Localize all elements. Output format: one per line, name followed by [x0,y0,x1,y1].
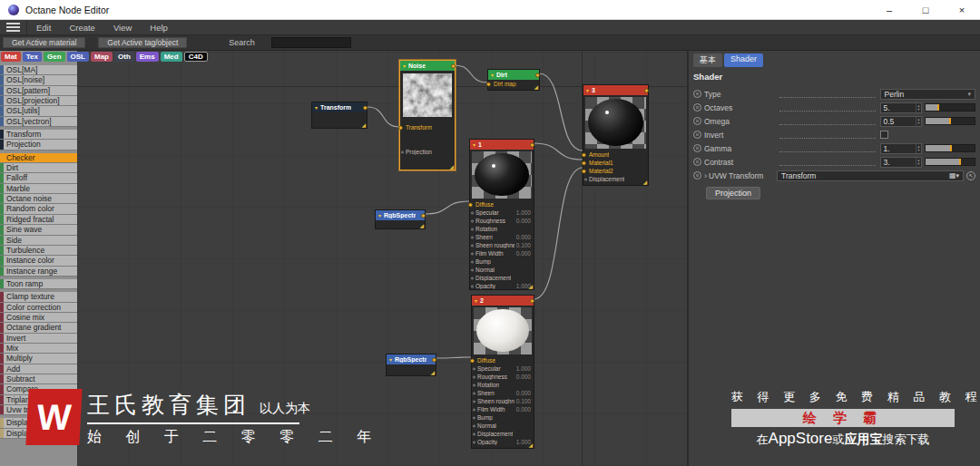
sidebar-item-dirt[interactable]: Dirt [0,163,77,173]
menu-item-create[interactable]: Create [60,23,104,33]
collapse-triangle-icon[interactable]: ▾ [315,105,318,111]
input-port[interactable] [473,408,475,411]
menu-item-help[interactable]: Help [141,23,177,33]
keyframe-dot-icon[interactable] [693,158,701,166]
menu-item-edit[interactable]: Edit [27,23,60,33]
node-resize-handle[interactable]: ◢ [534,84,538,90]
slider-handle[interactable] [959,159,961,165]
output-port[interactable] [530,142,534,147]
node-dirt[interactable]: ▾DirtDirt map◢ [487,69,540,91]
slider-track[interactable] [925,158,976,166]
sidebar-item-color-correction[interactable]: Color correction [0,303,77,313]
input-port[interactable] [471,236,474,238]
output-port[interactable] [644,88,649,92]
collapse-triangle-icon[interactable]: ▾ [378,213,381,218]
sidebar-item-sine-wave[interactable]: Sine wave [0,225,77,235]
input-port[interactable] [471,277,474,279]
sidebar-item-osl-projection[interactable]: OSL[projection] [0,96,77,106]
texture-grid-icon[interactable]: ▦ [949,172,956,180]
keyframe-dot-icon[interactable] [693,117,701,125]
input-port[interactable] [471,268,474,271]
input-port-connected[interactable] [486,82,491,86]
node-material-2[interactable]: ▾2DiffuseSpecular1.000Roughness0.000Rota… [471,295,534,449]
node-rgbspectrum-1[interactable]: ▾RgbSpectr◢ [375,209,426,229]
keyframe-dot-icon[interactable] [693,144,701,152]
tab-c4d[interactable]: C4D [184,52,208,62]
sidebar-item-mix[interactable]: Mix [0,344,77,354]
collapse-triangle-icon[interactable]: ▾ [389,357,392,363]
output-port[interactable] [535,73,540,77]
menu-item-view[interactable]: View [104,23,141,33]
output-port[interactable] [421,213,426,218]
collapse-triangle-icon[interactable]: ▾ [473,142,475,148]
node-header[interactable]: ▾RgbSpectr [387,354,436,364]
input-port[interactable] [401,150,404,153]
uvw-transform-field[interactable]: Transform▦▾ [777,170,964,181]
node-resize-handle[interactable]: ◢ [361,122,366,128]
keyframe-dot-icon[interactable] [693,171,701,180]
value-input[interactable]: 3.▴▾ [880,157,922,168]
input-port[interactable] [584,178,587,180]
slider-track[interactable] [925,117,976,125]
sidebar-item-turbulence[interactable]: Turbulence [0,246,77,256]
output-port[interactable] [451,63,456,68]
sidebar-item-falloff[interactable]: Falloff [0,173,77,183]
input-port[interactable] [473,416,475,419]
input-port-connected[interactable] [398,125,403,130]
sidebar-item-add[interactable]: Add [0,364,77,374]
output-port[interactable] [530,298,534,303]
sidebar-item-instance-range[interactable]: Instance range [0,267,77,277]
slider-track[interactable] [925,144,976,152]
input-port[interactable] [473,367,475,370]
collapse-triangle-icon[interactable]: ▾ [403,63,406,69]
output-port[interactable] [432,357,436,362]
node-header[interactable]: ▾1 [470,140,534,150]
node-header[interactable]: ▾2 [472,296,534,306]
node-resize-handle[interactable]: ◢ [528,284,533,289]
sidebar-item-osl-noise[interactable]: OSL[noise] [0,75,77,85]
collapse-triangle-icon[interactable]: ▾ [491,73,494,78]
tab-ems[interactable]: Ems [136,52,159,62]
node-resize-handle[interactable]: ◢ [419,223,424,228]
collapse-triangle-icon[interactable]: ▾ [475,298,477,304]
input-port[interactable] [471,211,474,214]
hamburger-menu-icon[interactable] [0,20,27,34]
input-port[interactable] [473,375,475,378]
keyframe-dot-icon[interactable] [693,90,701,98]
input-port[interactable] [471,219,474,222]
chevron-down-icon[interactable]: ▾ [956,172,959,179]
sidebar-item-instance-color[interactable]: Instance color [0,256,77,266]
invert-checkbox[interactable] [880,131,888,139]
expand-arrow-icon[interactable]: › [704,171,707,180]
input-port[interactable] [471,252,474,255]
inspector-tab-shader[interactable]: Shader [724,53,763,67]
value-input[interactable]: 0.5▴▾ [880,116,922,127]
minimize-button[interactable]: – [871,0,907,19]
slider-handle[interactable] [937,104,939,111]
input-port[interactable] [473,383,475,386]
tab-oth[interactable]: Oth [114,52,134,62]
close-button[interactable]: × [944,0,980,19]
input-port-connected[interactable] [582,169,586,173]
tab-tex[interactable]: Tex [23,52,42,62]
sidebar-item-projection[interactable]: Projection [0,140,77,150]
sidebar-item-multiply[interactable]: Multiply [0,354,77,364]
sidebar-item-subtract[interactable]: Subtract [0,374,77,384]
tab-osl[interactable]: OSL [67,52,89,62]
spinner-arrows[interactable]: ▴▾ [916,158,920,167]
output-port[interactable] [363,105,368,110]
input-port[interactable] [473,424,475,427]
sidebar-item-osl-pattern[interactable]: OSL[pattern] [0,86,77,96]
search-input[interactable] [271,37,351,48]
input-port-connected[interactable] [582,160,586,165]
node-header[interactable]: ▾Dirt [488,70,539,80]
input-port[interactable] [471,260,474,263]
tab-mat[interactable]: Mat [1,52,21,62]
sidebar-item-ridged-fractal[interactable]: Ridged fractal [0,215,77,225]
node-header[interactable]: ▾3 [583,85,648,95]
node-noise[interactable]: ▾NoiseTransformProjection◢ [399,60,456,170]
spinner-arrows[interactable]: ▴▾ [916,144,920,153]
sidebar-item-clamp-texture[interactable]: Clamp texture [0,292,77,302]
sidebar-item-osl-ma[interactable]: OSL[MA] [0,65,77,75]
picker-icon[interactable]: ↖ [966,171,975,180]
